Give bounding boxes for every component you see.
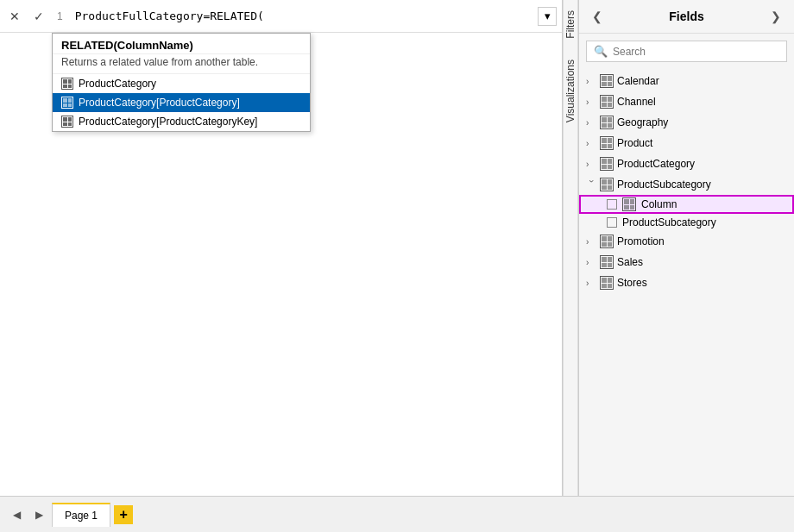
field-group-channel: › Channel — [579, 91, 794, 112]
formula-bar: ✕ ✓ 1 ▾ — [0, 0, 562, 33]
field-group-sales: › Sales — [579, 252, 794, 272]
autocomplete-item-3[interactable]: ProductCategory[ProductCategoryKey] — [53, 112, 310, 131]
field-group-channel-label: Channel — [617, 96, 656, 108]
table-icon-2 — [61, 97, 73, 109]
autocomplete-header: RELATED(ColumnName) — [53, 34, 310, 54]
field-group-sales-header[interactable]: › Sales — [579, 252, 794, 272]
field-group-geography-header[interactable]: › Geography — [579, 112, 794, 133]
field-checkbox-column[interactable] — [607, 199, 617, 210]
editor-body: RELATED(ColumnName) Returns a related va… — [0, 33, 562, 496]
prev-page-button[interactable]: ◀ — [7, 505, 26, 524]
page-tab-1[interactable]: Page 1 — [52, 503, 110, 527]
field-group-geography: › Geography — [579, 112, 794, 133]
table-icon-sales — [600, 255, 614, 269]
field-group-calendar-header[interactable]: › Calendar — [579, 71, 794, 91]
field-group-product: › Product — [579, 133, 794, 153]
side-tabs-panel: Filters Visualizations — [563, 0, 578, 496]
field-group-promotion: › Promotion — [579, 231, 794, 252]
field-group-productcategory: › ProductCategory — [579, 153, 794, 174]
formula-input[interactable] — [72, 8, 532, 24]
table-icon-1 — [61, 78, 73, 90]
table-icon-promotion — [600, 235, 614, 248]
chevron-promotion-icon: › — [586, 237, 596, 247]
field-group-geography-label: Geography — [617, 116, 668, 128]
tab-filters[interactable]: Filters — [562, 0, 579, 49]
table-icon-product — [600, 136, 614, 150]
formula-dropdown-button[interactable]: ▾ — [538, 7, 557, 26]
fields-panel: ❮ Fields ❯ 🔍 › Calendar — [578, 0, 794, 496]
field-checkbox-productsubcategory[interactable] — [607, 217, 617, 228]
table-icon-calendar — [600, 74, 614, 88]
line-number: 1 — [54, 10, 66, 22]
table-icon-geography — [600, 116, 614, 129]
chevron-sales-icon: › — [586, 258, 596, 267]
autocomplete-popup: RELATED(ColumnName) Returns a related va… — [52, 33, 311, 132]
field-group-stores-label: Stores — [617, 277, 647, 289]
field-table-icon-column — [622, 197, 636, 211]
fields-list: › Calendar › Channel — [579, 69, 794, 496]
autocomplete-description: Returns a related value from another tab… — [53, 54, 310, 74]
field-group-productsubcategory-header[interactable]: › ProductSubcategory — [579, 174, 794, 195]
chevron-productsubcategory-icon: › — [587, 179, 596, 190]
table-icon-productcategory — [600, 157, 614, 171]
field-group-productsubcategory: › ProductSubcategory Column — [579, 174, 794, 231]
add-page-button[interactable]: + — [114, 505, 133, 524]
field-item-productsubcategory[interactable]: ProductSubcategory — [579, 214, 794, 231]
table-icon-stores — [600, 276, 614, 290]
table-icon-channel — [600, 95, 614, 109]
panel-collapse-button[interactable]: ❮ — [588, 7, 607, 26]
autocomplete-item-2-label: ProductCategory[ProductCategory] — [79, 97, 240, 109]
field-label-productsubcategory: ProductSubcategory — [622, 216, 716, 228]
field-group-productsubcategory-label: ProductSubcategory — [617, 178, 711, 191]
field-group-product-label: Product — [617, 137, 652, 149]
chevron-stores-icon: › — [586, 279, 596, 288]
next-page-button[interactable]: ▶ — [29, 505, 48, 524]
autocomplete-item-3-label: ProductCategory[ProductCategoryKey] — [79, 116, 257, 128]
field-item-column[interactable]: Column — [579, 195, 794, 214]
field-group-calendar: › Calendar — [579, 71, 794, 91]
chevron-calendar-icon: › — [586, 77, 596, 86]
chevron-channel-icon: › — [586, 97, 596, 107]
autocomplete-item-1-label: ProductCategory — [79, 78, 156, 90]
field-group-productcategory-header[interactable]: › ProductCategory — [579, 153, 794, 174]
table-icon-3 — [61, 116, 73, 128]
field-group-productcategory-label: ProductCategory — [617, 158, 695, 170]
field-group-product-header[interactable]: › Product — [579, 133, 794, 153]
search-icon: 🔍 — [594, 45, 608, 58]
field-group-stores: › Stores — [579, 272, 794, 293]
chevron-productcategory-icon: › — [586, 160, 596, 169]
bottom-bar: ◀ ▶ Page 1 + — [0, 496, 794, 532]
panel-expand-button[interactable]: ❯ — [766, 7, 785, 26]
chevron-product-icon: › — [586, 139, 596, 148]
fields-panel-title: Fields — [669, 9, 703, 23]
cancel-button[interactable]: ✕ — [5, 7, 24, 26]
field-group-promotion-header[interactable]: › Promotion — [579, 231, 794, 252]
autocomplete-list: ProductCategory ProductCategory[ProductC… — [53, 74, 310, 131]
field-group-stores-header[interactable]: › Stores — [579, 272, 794, 293]
tab-visualizations[interactable]: Visualizations — [562, 49, 579, 133]
chevron-geography-icon: › — [586, 118, 596, 128]
search-box: 🔍 — [586, 41, 787, 62]
field-group-channel-header[interactable]: › Channel — [579, 91, 794, 112]
table-icon-productsubcategory — [600, 178, 614, 191]
fields-panel-header: ❮ Fields ❯ — [579, 0, 794, 34]
field-group-sales-label: Sales — [617, 256, 643, 268]
confirm-button[interactable]: ✓ — [29, 7, 48, 26]
autocomplete-item-2[interactable]: ProductCategory[ProductCategory] — [53, 93, 310, 112]
field-label-column: Column — [641, 198, 677, 210]
autocomplete-item-1[interactable]: ProductCategory — [53, 74, 310, 93]
field-group-promotion-label: Promotion — [617, 235, 665, 247]
search-input[interactable] — [613, 46, 779, 58]
field-group-calendar-label: Calendar — [617, 75, 659, 87]
